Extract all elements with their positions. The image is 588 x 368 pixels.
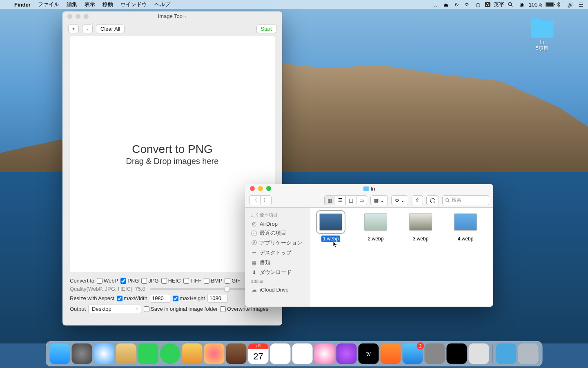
add-button[interactable]: +	[68, 25, 79, 33]
forward-button[interactable]: 〉	[261, 195, 272, 205]
format-heic[interactable]	[161, 278, 167, 284]
volume-icon[interactable]: 🔊	[567, 2, 574, 8]
menubar: Finder ファイル 編集 表示 移動 ウインドウ ヘルプ ◉⃞ ⏏ ↻ ◷ …	[0, 0, 588, 9]
minimize-button[interactable]	[76, 14, 80, 19]
menu-file[interactable]: ファイル	[34, 1, 63, 8]
dock-maps[interactable]	[182, 343, 203, 364]
sidebar-downloads[interactable]: ⬇ダウンロード	[245, 267, 310, 277]
dock-reminders[interactable]	[270, 343, 291, 364]
save-orig-checkbox[interactable]	[144, 306, 149, 312]
dock-separator	[492, 345, 493, 363]
icon-view[interactable]: ▦	[324, 195, 335, 205]
dock-tv[interactable]: tv	[359, 343, 379, 364]
column-view[interactable]: ◫	[346, 195, 356, 205]
dock-books[interactable]	[381, 343, 401, 364]
format-tiff[interactable]	[183, 278, 189, 284]
sidebar-iclouddrive[interactable]: ☁iCloud Drive	[245, 285, 310, 294]
close-button[interactable]	[250, 186, 255, 191]
search-field[interactable]: 検索	[442, 195, 489, 205]
drop-area[interactable]: Convert to PNG Drag & Drop images here	[70, 36, 275, 272]
back-button[interactable]: 〈	[249, 195, 261, 205]
sidebar-applications[interactable]: Ⓐアプリケーション	[245, 238, 310, 248]
start-button[interactable]: Start	[256, 25, 276, 33]
screenrec-icon[interactable]: ◉⃞	[432, 2, 439, 8]
desktop-folder-in[interactable]: In 5項目	[531, 20, 553, 52]
convert-label: Convert to	[70, 278, 94, 284]
dock-calendar[interactable]: 7月27	[248, 343, 269, 364]
file-item[interactable]: 4.webp	[449, 213, 482, 242]
app-menu[interactable]: Finder	[11, 2, 34, 8]
timemachine-icon[interactable]: ↻	[453, 2, 460, 8]
wifi-icon[interactable]	[463, 2, 471, 7]
dock-music[interactable]	[314, 343, 335, 364]
clearall-button[interactable]: Clear All	[96, 25, 125, 33]
menu-go[interactable]: 移動	[99, 1, 117, 8]
dock-photos[interactable]	[204, 343, 225, 364]
list-view[interactable]: ☰	[335, 195, 346, 205]
sidebar-documents[interactable]: ▤書類	[245, 258, 310, 267]
finder-titlebar[interactable]: In	[245, 184, 493, 193]
bluetooth-icon[interactable]	[556, 2, 564, 7]
dock-finder[interactable]	[50, 343, 70, 364]
drop-subtitle: Drag & Drop images here	[126, 157, 219, 166]
file-item[interactable]: 1.webp	[314, 213, 347, 242]
maxwidth-field[interactable]	[150, 294, 170, 303]
quality-slider[interactable]	[150, 288, 256, 290]
action-button[interactable]: ⚙ ⌄	[391, 195, 408, 205]
folder-sub: 5項目	[531, 45, 553, 52]
share-button[interactable]: ⇧	[412, 195, 423, 205]
output-select[interactable]: Desktop	[88, 305, 141, 313]
overwrite-checkbox[interactable]	[220, 306, 226, 312]
gallery-view[interactable]: ▭	[356, 195, 367, 205]
dock-safari[interactable]	[94, 343, 114, 364]
dock-podcasts[interactable]	[336, 343, 357, 364]
format-jpg[interactable]	[141, 278, 147, 284]
dock-mail[interactable]	[116, 343, 136, 364]
format-png[interactable]	[120, 278, 126, 284]
maxwidth-checkbox[interactable]	[117, 296, 122, 301]
dock-messages[interactable]	[138, 343, 158, 364]
dock-downloads[interactable]	[496, 343, 517, 364]
menu-edit[interactable]: 編集	[63, 1, 81, 8]
menu-view[interactable]: 表示	[81, 1, 99, 8]
maxheight-checkbox[interactable]	[173, 296, 178, 301]
spotlight-icon[interactable]	[508, 2, 515, 7]
dock-launchpad[interactable]	[72, 343, 92, 364]
dock-activity[interactable]	[447, 343, 467, 364]
file-item[interactable]: 3.webp	[404, 213, 437, 242]
dock-preview[interactable]	[469, 343, 489, 364]
titlebar[interactable]: Image Tool+	[62, 11, 282, 21]
clock-icon[interactable]: ◷	[474, 2, 481, 8]
group-button[interactable]: ▦ ⌄	[370, 195, 388, 205]
dock-contacts[interactable]	[226, 343, 247, 364]
eject-icon[interactable]: ⏏	[442, 2, 450, 8]
dock-notes[interactable]	[292, 343, 313, 364]
dock-appstore[interactable]	[403, 343, 423, 364]
dock-messages2[interactable]	[160, 343, 180, 364]
menu-window[interactable]: ウインドウ	[117, 1, 151, 8]
remove-button[interactable]: -	[82, 25, 93, 33]
sidebar-airdrop[interactable]: ◎AirDrop	[245, 220, 310, 228]
ime-indicator[interactable]: A	[485, 2, 490, 7]
format-gif[interactable]	[225, 278, 230, 284]
zoom-button[interactable]	[84, 14, 89, 19]
sidebar-desktop[interactable]: ▭デスクトップ	[245, 248, 310, 258]
zoom-button[interactable]	[266, 186, 271, 191]
battery-icon[interactable]	[546, 2, 553, 7]
format-webp[interactable]	[97, 278, 102, 284]
file-grid[interactable]: 1.webp 2.webp 3.webp 4.webp	[310, 208, 493, 307]
notification-icon[interactable]: ☰	[577, 2, 585, 8]
menu-help[interactable]: ヘルプ	[151, 1, 174, 8]
dock-settings[interactable]	[425, 343, 445, 364]
format-bmp[interactable]	[204, 278, 209, 284]
view-buttons: ▦ ☰ ◫ ▭	[324, 195, 367, 205]
maxheight-field[interactable]	[207, 294, 228, 303]
minimize-button[interactable]	[258, 186, 263, 191]
close-button[interactable]	[67, 14, 72, 19]
siri-icon[interactable]: ◉	[518, 2, 526, 8]
sidebar-recents[interactable]: 🕘最近の項目	[245, 228, 310, 238]
file-thumbnail	[319, 213, 342, 231]
file-item[interactable]: 2.webp	[359, 213, 392, 242]
dock-trash[interactable]	[518, 343, 539, 364]
tags-button[interactable]: ◯	[426, 195, 439, 205]
